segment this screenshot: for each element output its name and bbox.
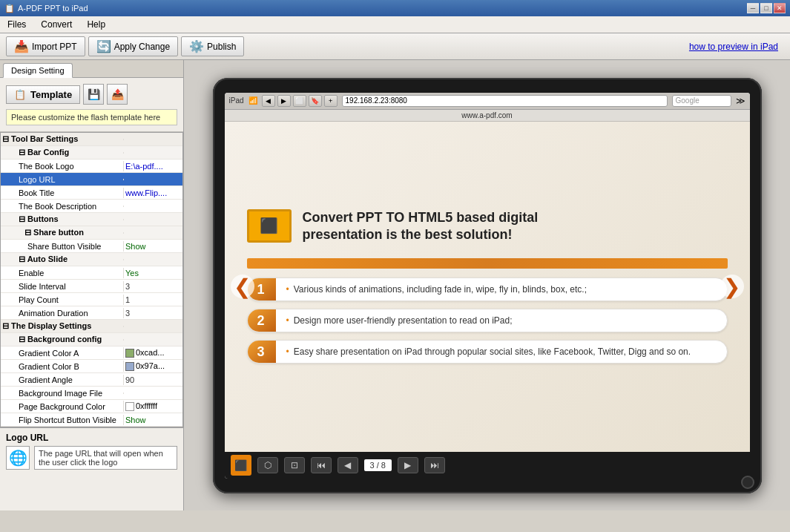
tree-row-animduration[interactable]: Animation Duration 3 [1,306,182,320]
left-panel: Design Setting 📋 Template 💾 📤 Pl [0,60,184,510]
share-button[interactable]: ⬡ [257,457,278,473]
tree-label: ⊟ Tool Bar Settings [1,134,123,145]
tree-value [123,179,182,180]
tree-row-booktitle[interactable]: Book Title www.Flip.... [1,186,182,200]
tree-section-autoslide[interactable]: ⊟ Auto Slide [1,253,182,266]
tab-content: 📋 Template 💾 📤 Please customize the flas… [0,77,183,427]
tree-row-playcount[interactable]: Play Count 1 [1,293,182,306]
main-content: Design Setting 📋 Template 💾 📤 Pl [0,60,790,510]
tree-section-share[interactable]: ⊟ Share button [1,226,182,240]
import-ppt-button[interactable]: 📥 Import PPT [6,36,85,56]
app-title: A-PDF PPT to iPad [18,4,88,13]
publish-label: Publish [207,42,236,52]
browser-search[interactable]: Google [672,95,731,107]
tree-value [123,219,182,220]
tree-row-pagebgcolor[interactable]: Page Background Color 0xffffff [1,400,182,413]
minimize-button[interactable]: ─ [747,3,759,13]
tree-section-buttons[interactable]: ⊟ Buttons [1,213,182,226]
menu-bar: Files Convert Help [0,16,790,33]
publish-button[interactable]: ⚙️ Publish [181,36,244,56]
apply-icon: 🔄 [96,39,111,53]
next-page-button[interactable]: ▶ [398,457,418,473]
tree-label: Book Title [1,188,123,198]
tree-value: www.Flip.... [123,188,182,198]
tree-label: ⊟ Buttons [10,214,123,225]
tree-section-display[interactable]: ⊟ The Display Settings [1,320,182,333]
wifi-icon: 📶 [248,96,257,105]
last-page-button[interactable]: ⏭ [424,457,445,473]
tree-row-gradcolora[interactable]: Gradient Color A 0xcad... [1,347,182,360]
menu-help[interactable]: Help [84,18,108,31]
prev-page-button[interactable]: ◀ [338,457,358,473]
tree-label: Background Image File [1,388,123,398]
how-to-preview-link[interactable]: how to preview in iPad [689,42,778,52]
feature-text: • Various kinds of animations, including… [276,278,598,301]
menu-files[interactable]: Files [4,18,29,31]
tree-row-enable[interactable]: Enable Yes [1,266,182,280]
tree-row-bgimage[interactable]: Background Image File [1,387,182,400]
tree-section-bgconfig[interactable]: ⊟ Background config [1,333,182,347]
tree-value: 3 [123,308,182,318]
title-bar: 📋 A-PDF PPT to iPad ─ □ ✕ [0,0,790,16]
template-section: 📋 Template 💾 📤 Please customize the flas… [0,78,183,132]
close-button[interactable]: ✕ [774,3,786,13]
tree-value [123,259,182,260]
tree-row-gradcolorb[interactable]: Gradient Color B 0x97a... [1,360,182,373]
feature-item-3: 3 • Easy share presentation on iPad thro… [247,340,728,364]
nav-back-button[interactable]: ◀ [262,95,275,107]
fullscreen-button[interactable]: ⊡ [284,457,305,473]
bullet-icon: • [286,347,289,357]
ipad-home-button[interactable] [741,476,754,489]
tree-label: Slide Interval [1,281,123,292]
feature-description: Design more user-friendly presentation t… [294,315,513,326]
nav-prev-button[interactable]: ❮ [231,275,254,298]
tree-row-booklogo[interactable]: The Book Logo E:\a-pdf.... [1,160,182,173]
export-icon: 📤 [111,88,124,100]
nav-forward-button[interactable]: ▶ [277,95,291,107]
tree-row-slideinterval[interactable]: Slide Interval 3 [1,280,182,293]
browser-nav: ◀ ▶ ⬜ 🔖 + [262,95,338,107]
tree-section-toolbar[interactable]: ⊟ Tool Bar Settings [1,133,182,146]
page-indicator: 3 / 8 [364,459,392,471]
first-page-button[interactable]: ⏮ [311,457,332,473]
tree-row-flipshortcut[interactable]: Flip Shortcut Button Visible Show [1,413,182,427]
apply-change-button[interactable]: 🔄 Apply Change [88,36,178,56]
toolbar-buttons: 📥 Import PPT 🔄 Apply Change ⚙️ Publish [6,36,244,56]
feature-item-1: 1 • Various kinds of animations, includi… [247,278,728,301]
tree-value [123,152,182,154]
player-logo-icon: ⬛ [234,459,247,471]
tree-row-gradangle[interactable]: Gradient Angle 90 [1,373,182,387]
search-placeholder: Google [676,96,700,105]
template-export-button[interactable]: 📤 [107,84,128,105]
browser-address[interactable]: 192.168.2.23:8080 [342,95,668,107]
browser-bar: iPad 📶 ◀ ▶ ⬜ 🔖 + 192.168.2.23:8080 Googl… [225,93,750,110]
template-save-button[interactable]: 💾 [83,84,104,105]
app-icon: 📋 [4,4,15,13]
nav-tab-button[interactable]: ⬜ [293,95,306,107]
import-label: Import PPT [32,42,77,52]
tree-row-logourl[interactable]: Logo URL [1,173,182,186]
nav-bookmark-button[interactable]: 🔖 [309,95,322,107]
info-title: Logo URL [6,433,177,443]
menu-convert[interactable]: Convert [38,18,75,31]
tree-value [123,139,182,140]
page-url: www.a-pdf.com [461,111,512,119]
nav-add-button[interactable]: + [324,95,338,107]
address-text: 192.168.2.23:8080 [346,96,407,105]
template-button[interactable]: 📋 Template [6,85,80,104]
maximize-button[interactable]: □ [760,3,772,13]
tree-section-barconfig[interactable]: ⊟ Bar Config [1,146,182,160]
tree-value: 0xcad... [123,347,182,358]
tree-label: Animation Duration [1,308,123,318]
browser-menu-button[interactable]: ≫ [736,96,745,106]
url-icon: 🌐 [9,449,27,467]
template-label: Template [30,89,72,100]
tree-row-sharebtn[interactable]: Share Button Visible Show [1,240,182,253]
tree-row-bookdesc[interactable]: The Book Description [1,200,182,213]
settings-tree[interactable]: ⊟ Tool Bar Settings ⊟ Bar Config The Boo… [0,132,183,427]
tab-design-setting[interactable]: Design Setting [3,63,73,78]
tree-value: 1 [123,295,182,305]
info-content: 🌐 The page URL that will open when the u… [6,446,177,470]
tree-label: Gradient Angle [1,375,123,385]
nav-next-button[interactable]: ❯ [720,275,744,298]
